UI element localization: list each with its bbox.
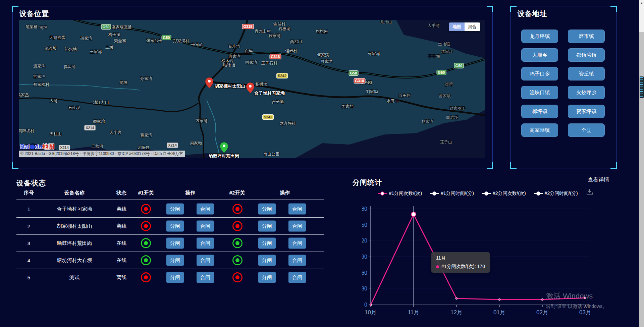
close-switch1-button[interactable]: 合闸 (197, 220, 214, 231)
switch2-indicator-red (232, 204, 243, 214)
legend-label: #1分闸时间/(分) (441, 190, 474, 197)
map-place-label: 庙坪 (245, 49, 253, 54)
tooltip-value: #1分闸次数/(次): 170 (441, 264, 485, 270)
map-place-label: 青龙山村 (255, 29, 271, 34)
corner-decoration (610, 6, 617, 12)
table-row-2: 2胡家棚村太阳山离线分闸合闸分闸合闸 (16, 217, 324, 235)
pin-icon (246, 83, 254, 93)
close-switch2-button[interactable]: 合闸 (288, 237, 306, 249)
open-switch1-button[interactable]: 分闸 (166, 203, 184, 214)
scroll-up-arrow-icon[interactable]: ▲ (640, 1, 643, 5)
baidu-paw-icon (30, 145, 35, 149)
pin-icon (220, 142, 228, 153)
address-button-大堰乡[interactable]: 大堰乡 (521, 48, 558, 62)
open-switch2-button[interactable]: 分闸 (258, 255, 276, 266)
address-button-磨市镇[interactable]: 磨市镇 (568, 30, 605, 43)
close-switch1-button[interactable]: 合闸 (197, 203, 214, 214)
close-switch1-button[interactable]: 合闸 (197, 237, 214, 249)
scrollbar-thumb[interactable] (640, 76, 644, 98)
road-shield-G318: G318 (354, 78, 366, 84)
switch2-indicator-green (232, 255, 243, 265)
map-pin-label: 合子坳村习家坳 (254, 90, 285, 96)
corner-decoration (487, 162, 493, 169)
close-switch2-button[interactable]: 合闸 (288, 255, 306, 266)
road-shield-G50: G50 (162, 35, 171, 40)
map-place-label: 王子石村 (261, 60, 277, 66)
road-shield-X214: X214 (167, 143, 178, 148)
road-shield-S242: S242 (262, 114, 274, 120)
corner-decoration (487, 6, 493, 12)
open-switch1-button[interactable]: 分闸 (166, 272, 184, 283)
map-pin-晒鼓坪村荒田岗[interactable] (220, 142, 228, 153)
close-switch2-button[interactable]: 合闸 (288, 220, 306, 231)
map-place-label: 合子坳 (272, 99, 284, 105)
pin-icon (205, 77, 213, 88)
map-pin-label: 晒鼓坪村荒田岗 (209, 153, 239, 158)
address-button-榔坪镇[interactable]: 榔坪镇 (521, 105, 558, 118)
open-switch2-button[interactable]: 分闸 (258, 220, 276, 231)
legend-item-#1分闸时间/(分)[interactable]: #1分闸时间/(分) (430, 190, 474, 197)
open-switch2-button[interactable]: 分闸 (258, 203, 276, 214)
open-switch2-button[interactable]: 分闸 (258, 272, 276, 283)
map-type-hybrid[interactable]: 混合 (465, 22, 480, 31)
close-switch1-button[interactable]: 合闸 (197, 255, 214, 266)
close-switch2-button[interactable]: 合闸 (288, 272, 306, 283)
status-header-序号: 序号 (24, 190, 34, 196)
address-button-龙舟坪镇[interactable]: 龙舟坪镇 (521, 30, 558, 43)
address-button-高家堰镇[interactable]: 高家堰镇 (521, 123, 558, 137)
map-place-label: 贯坡 (119, 80, 127, 86)
svg-text:11月: 11月 (408, 309, 420, 316)
map-place-label: 二墩 (105, 45, 113, 50)
map-place-label: 偏岩村 (285, 48, 297, 54)
legend-marker-icon (430, 192, 439, 196)
map-place-label: 百步垱 (228, 44, 240, 49)
view-details-link[interactable]: 查看详情 (588, 176, 609, 183)
legend-item-#2分闸次数/(次)[interactable]: #2分闸次数/(次) (482, 190, 526, 197)
map-pin-胡家棚村太阳山[interactable] (205, 77, 213, 88)
legend-marker-icon (378, 192, 387, 196)
baidu-logo: Baidu地图 (20, 143, 54, 151)
map-place-label: 沙湾 (445, 81, 453, 87)
open-switch1-button[interactable]: 分闸 (166, 255, 184, 266)
svg-text:60: 60 (362, 270, 367, 276)
close-switch1-button[interactable]: 合闸 (197, 272, 214, 283)
address-button-资丘镇[interactable]: 资丘镇 (568, 67, 605, 80)
address-button-鸭子口乡[interactable]: 鸭子口乡 (521, 67, 558, 80)
scrollbar-track[interactable] (639, 32, 644, 327)
row-no: 4 (28, 257, 30, 263)
map-place-label: 吴家垱 (341, 104, 354, 109)
map-place-label: 曾家坡 (439, 93, 451, 99)
open-switch1-button[interactable]: 分闸 (166, 237, 184, 249)
road-shield-G50: G50 (454, 63, 464, 68)
baidu-map[interactable]: 笔架槽洞坪天鹅抱蛋胡家湾高家堰互通梅子溪紫金寨二墩张家台子彭家河村千家岭金盆村石… (19, 20, 485, 158)
road-shield-G50: G50 (101, 24, 111, 30)
map-place-label: 咕噜垱 (223, 62, 235, 68)
map-place-label: 清江方山 (93, 100, 109, 105)
map-place-label: 洞坪 (39, 25, 47, 31)
address-button-都镇湾镇[interactable]: 都镇湾镇 (568, 48, 605, 62)
legend-item-#1分闸次数/(次)[interactable]: #1分闸次数/(次) (378, 190, 422, 197)
scrollbar-top: ▲ (639, 0, 644, 32)
corner-decoration (510, 162, 517, 169)
status-header-#2开关: #2开关 (229, 190, 245, 196)
address-button-渔峡口镇[interactable]: 渔峡口镇 (521, 86, 558, 99)
device-address-panel: 设备地址 龙舟坪镇磨市镇大堰乡都镇湾镇鸭子口乡资丘镇渔峡口镇火烧坪乡榔坪镇贺家坪… (511, 6, 616, 168)
address-button-全县[interactable]: 全县 (568, 123, 605, 137)
chart-legend: #1分闸次数/(次)#1分闸时间/(分)#2分闸次数/(次)#2分闸时间/(分) (362, 190, 594, 197)
map-place-label: 莲子山 (440, 139, 452, 145)
status-header-设备名称: 设备名称 (64, 190, 85, 196)
legend-item-#2分闸时间/(分)[interactable]: #2分闸时间/(分) (534, 190, 578, 197)
open-switch2-button[interactable]: 分闸 (258, 237, 276, 249)
map-place-label: 太阳包 (137, 145, 149, 151)
road-shield-G318: G318 (242, 24, 254, 29)
svg-text:180: 180 (362, 206, 367, 212)
map-pin-合子坳村习家坳[interactable] (246, 83, 254, 93)
map-place-label: 梅子溪 (108, 32, 120, 38)
map-place-label: 林家湾 (421, 119, 433, 124)
close-switch2-button[interactable]: 合闸 (288, 203, 306, 214)
svg-text:12月: 12月 (450, 309, 463, 316)
address-button-贺家坪镇[interactable]: 贺家坪镇 (568, 105, 605, 118)
address-button-火烧坪乡[interactable]: 火烧坪乡 (568, 86, 605, 99)
open-switch1-button[interactable]: 分闸 (166, 220, 184, 231)
map-type-map[interactable]: 地图 (449, 22, 465, 31)
